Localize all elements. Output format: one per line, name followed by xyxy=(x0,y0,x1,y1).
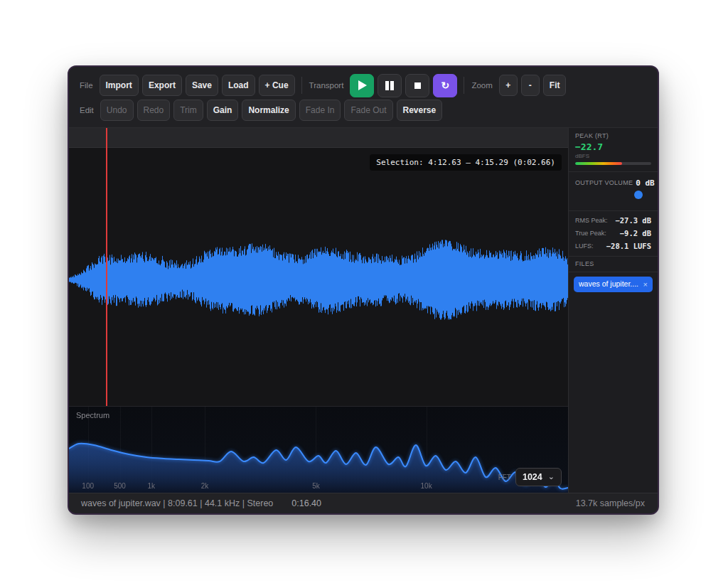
rms-peak-value: −27.3 dB xyxy=(615,217,651,225)
toolbar-row-file: File Import Export Save Load + Cue Trans… xyxy=(79,74,648,97)
editor-column: Selection: 4:12.63 – 4:15.29 (0:02.66) S… xyxy=(69,128,568,493)
peak-value: −22.7 xyxy=(575,142,651,152)
timeline-ruler[interactable] xyxy=(69,128,568,148)
undo-button[interactable]: Undo xyxy=(100,100,134,121)
gain-button[interactable]: Gain xyxy=(207,100,239,121)
status-bar: waves of jupiter.wav | 8:09.61 | 44.1 kH… xyxy=(69,493,658,513)
save-button[interactable]: Save xyxy=(186,75,218,96)
normalize-button[interactable]: Normalize xyxy=(242,100,295,121)
fft-size-value: 1024 xyxy=(523,472,542,482)
peak-meter-track xyxy=(575,162,651,165)
output-volume-section: OUTPUT VOLUME 0 dB xyxy=(569,172,658,211)
main-content: Selection: 4:12.63 – 4:15.29 (0:02.66) S… xyxy=(69,128,658,493)
fade-out-button[interactable]: Fade Out xyxy=(344,100,392,121)
loop-button[interactable]: ↻ xyxy=(433,74,457,97)
playback-time: 0:16.40 xyxy=(291,498,321,508)
samples-per-px: 13.7k samples/px xyxy=(576,498,645,508)
freq-tick-10k: 10k xyxy=(421,482,432,490)
output-volume-value: 0 dB xyxy=(636,179,655,188)
close-icon[interactable]: × xyxy=(643,280,648,289)
fade-in-button[interactable]: Fade In xyxy=(299,100,341,121)
divider xyxy=(301,77,302,94)
toolbar-row-edit: Edit Undo Redo Trim Gain Normalize Fade … xyxy=(79,99,648,122)
file-info-text: waves of jupiter.wav | 8:09.61 | 44.1 kH… xyxy=(81,498,273,508)
file-group-label: File xyxy=(80,81,93,90)
volume-slider-thumb[interactable] xyxy=(634,191,643,199)
zoom-fit-button[interactable]: Fit xyxy=(543,75,567,96)
file-item[interactable]: waves of jupiter.... × xyxy=(574,277,653,292)
chevron-down-icon: ⌄ xyxy=(548,475,555,479)
output-volume-label: OUTPUT VOLUME xyxy=(575,180,633,187)
playhead-cursor[interactable] xyxy=(106,128,107,406)
pause-icon xyxy=(385,81,394,90)
freq-tick-1k: 1k xyxy=(148,482,156,490)
peak-meter-fill xyxy=(575,162,622,165)
zoom-out-button[interactable]: - xyxy=(521,75,540,96)
rms-peak-label: RMS Peak: xyxy=(575,218,608,225)
stats-section: RMS Peak: −27.3 dB True Peak: −9.2 dB LU… xyxy=(569,211,658,257)
zoom-group-label: Zoom xyxy=(471,81,492,90)
loop-icon: ↻ xyxy=(441,80,450,91)
peak-label: PEAK (RT) xyxy=(575,133,651,140)
files-list: waves of jupiter.... × xyxy=(569,272,658,296)
spectrum-canvas xyxy=(69,407,568,493)
reverse-button[interactable]: Reverse xyxy=(397,100,443,121)
add-cue-button[interactable]: + Cue xyxy=(259,75,295,96)
lufs-value: −28.1 LUFS xyxy=(606,242,651,251)
redo-button[interactable]: Redo xyxy=(137,100,171,121)
files-header-section: FILES xyxy=(569,257,658,272)
zoom-in-button[interactable]: + xyxy=(499,75,518,96)
freq-tick-500: 500 xyxy=(114,482,126,490)
files-header: FILES xyxy=(575,261,651,268)
fft-size-dropdown[interactable]: 1024 ⌄ xyxy=(515,468,562,486)
peak-unit: dBFS xyxy=(575,154,651,160)
sidebar: PEAK (RT) −22.7 dBFS OUTPUT VOLUME 0 dB … xyxy=(568,128,658,493)
peak-meter-section: PEAK (RT) −22.7 dBFS xyxy=(569,128,658,172)
toolbar: File Import Export Save Load + Cue Trans… xyxy=(69,67,658,128)
waveform-panel[interactable]: Selection: 4:12.63 – 4:15.29 (0:02.66) xyxy=(69,128,568,406)
fft-label: FFT xyxy=(498,474,511,481)
freq-tick-2k: 2k xyxy=(201,482,209,490)
import-button[interactable]: Import xyxy=(100,75,139,96)
freq-tick-5k: 5k xyxy=(312,482,320,490)
app-window: File Import Export Save Load + Cue Trans… xyxy=(68,65,659,515)
export-button[interactable]: Export xyxy=(142,75,182,96)
true-peak-label: True Peak: xyxy=(575,230,606,237)
spectrum-panel: Spectrum 1005001k2k5k10k FFT 1024 ⌄ xyxy=(69,406,568,493)
freq-tick-100: 100 xyxy=(82,482,94,490)
file-item-name: waves of jupiter.... xyxy=(579,280,641,289)
trim-button[interactable]: Trim xyxy=(173,100,203,121)
true-peak-value: −9.2 dB xyxy=(620,230,651,238)
lufs-label: LUFS: xyxy=(575,243,594,250)
fft-control: FFT 1024 ⌄ xyxy=(498,468,562,486)
edit-group-label: Edit xyxy=(80,106,94,114)
play-button[interactable] xyxy=(350,74,374,97)
waveform-canvas[interactable] xyxy=(69,148,568,406)
waveform-area[interactable] xyxy=(69,148,568,406)
stop-icon xyxy=(414,82,421,89)
play-icon xyxy=(358,80,367,90)
divider xyxy=(464,77,464,94)
transport-group-label: Transport xyxy=(309,81,344,90)
stop-button[interactable] xyxy=(405,74,429,97)
pause-button[interactable] xyxy=(378,74,402,97)
selection-info: Selection: 4:12.63 – 4:15.29 (0:02.66) xyxy=(370,154,562,171)
spectrum-title: Spectrum xyxy=(76,411,109,419)
load-button[interactable]: Load xyxy=(222,75,255,96)
